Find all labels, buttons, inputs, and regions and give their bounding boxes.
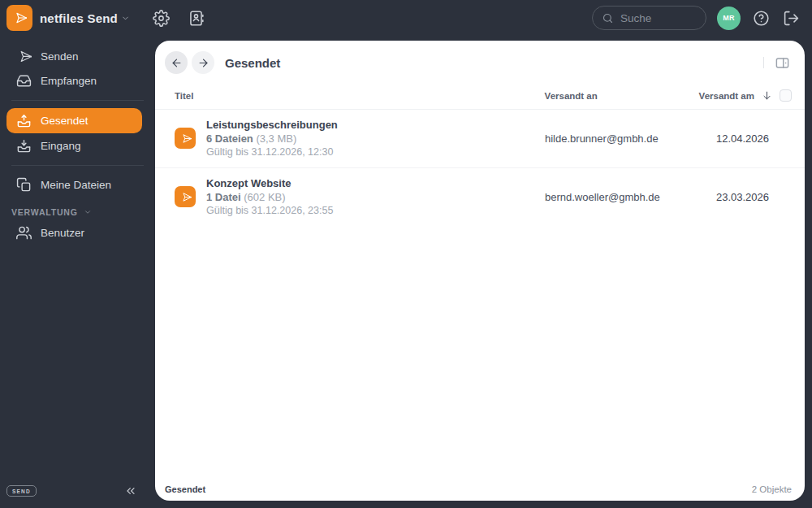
- settings-gear-icon[interactable]: [153, 10, 170, 27]
- main-panel: Gesendet Titel Versandt an Versandt am: [155, 41, 805, 501]
- sidebar-item-gesendet[interactable]: Gesendet: [6, 108, 142, 133]
- chevron-down-icon[interactable]: [121, 14, 130, 23]
- forward-button[interactable]: [192, 51, 214, 74]
- sidebar-item-benutzer[interactable]: Benutzer: [6, 221, 142, 245]
- back-button[interactable]: [165, 51, 188, 74]
- sent-item-text: Leistungsbeschreibungen 6 Dateien (3,3 M…: [206, 118, 545, 159]
- sidebar-item-label: Meine Dateien: [41, 179, 111, 191]
- sidebar-item-eingang[interactable]: Eingang: [6, 134, 142, 158]
- app-title[interactable]: netfiles Send: [40, 11, 118, 25]
- inbox-in-icon: [16, 138, 32, 154]
- sidebar: Senden Empfangen Gesendet: [0, 36, 155, 508]
- outbox-icon: [16, 113, 32, 128]
- sent-item-size: (602 KB): [244, 191, 285, 203]
- sidebar-item-meine-dateien[interactable]: Meine Dateien: [6, 173, 142, 197]
- column-header-versandt-an[interactable]: Versandt an: [545, 91, 699, 101]
- details-panel-toggle-icon[interactable]: [775, 55, 790, 71]
- header-divider: [763, 57, 764, 68]
- address-book-icon[interactable]: [188, 10, 205, 27]
- send-plane-icon: [12, 11, 27, 25]
- sent-item-size: (3,3 MB): [256, 132, 296, 145]
- sidebar-item-label: Senden: [41, 50, 79, 63]
- collapse-sidebar-icon[interactable]: [124, 484, 137, 497]
- sent-item-text: Konzept Website 1 Datei (602 KB) Gültig …: [206, 176, 545, 218]
- logout-icon[interactable]: [783, 10, 800, 27]
- sidebar-item-empfangen[interactable]: Empfangen: [6, 69, 142, 93]
- sent-item-filecount: 1 Datei: [206, 191, 241, 203]
- sent-item-recipient: bernd.woeller@gmbh.de: [545, 191, 699, 203]
- arrow-right-icon: [197, 57, 209, 69]
- table-row[interactable]: Leistungsbeschreibungen 6 Dateien (3,3 M…: [155, 110, 805, 167]
- sent-item-date: 23.03.2026: [699, 191, 769, 203]
- sidebar-divider: [11, 100, 144, 101]
- sidebar-item-label: Empfangen: [41, 75, 97, 87]
- search-bar[interactable]: [592, 6, 706, 30]
- send-plane-icon: [179, 191, 192, 203]
- send-version-badge: SEND: [6, 485, 37, 497]
- table-header-row: Titel Versandt an Versandt am: [155, 74, 805, 110]
- help-icon[interactable]: [753, 10, 770, 27]
- column-header-versandt-am[interactable]: Versandt am: [699, 91, 754, 101]
- page-title: Gesendet: [225, 56, 280, 70]
- table-row[interactable]: Konzept Website 1 Datei (602 KB) Gültig …: [155, 167, 805, 226]
- arrow-left-icon: [171, 57, 183, 69]
- sort-descending-icon[interactable]: [762, 90, 772, 101]
- sidebar-item-label: Eingang: [41, 140, 81, 152]
- footer-folder-label: Gesendet: [165, 484, 205, 494]
- inbox-tray-icon: [16, 73, 32, 89]
- chevron-down-icon: [84, 208, 92, 216]
- search-input[interactable]: [620, 12, 697, 24]
- sidebar-bottom: SEND: [6, 484, 149, 497]
- sent-item-icon: [175, 186, 196, 207]
- users-icon: [16, 225, 32, 241]
- sent-item-recipient: hilde.brunner@gmbh.de: [545, 132, 699, 145]
- avatar[interactable]: MR: [717, 7, 741, 30]
- object-count: 2 Objekte: [752, 484, 792, 494]
- select-all-checkbox[interactable]: [780, 89, 792, 102]
- panel-header: Gesendet: [155, 41, 805, 74]
- sidebar-item-senden[interactable]: Senden: [6, 45, 142, 68]
- files-icon: [16, 177, 32, 193]
- send-icon: [16, 49, 32, 64]
- app-header: netfiles Send MR: [0, 0, 812, 36]
- sidebar-item-label: Gesendet: [41, 115, 89, 127]
- search-icon: [602, 12, 614, 24]
- sent-item-title: Leistungsbeschreibungen: [206, 118, 545, 132]
- panel-footer: Gesendet 2 Objekte: [165, 484, 792, 494]
- sidebar-section-verwaltung[interactable]: VERWALTUNG: [11, 207, 155, 217]
- sent-item-icon: [175, 128, 196, 149]
- app-logo[interactable]: [6, 5, 32, 31]
- send-plane-icon: [179, 132, 192, 145]
- column-header-titel[interactable]: Titel: [175, 91, 545, 101]
- sent-item-date: 12.04.2026: [699, 132, 769, 145]
- sidebar-divider: [11, 165, 144, 166]
- sent-item-title: Konzept Website: [206, 176, 545, 190]
- sidebar-item-label: Benutzer: [41, 227, 84, 239]
- sent-item-validity: Gültig bis 31.12.2026, 12:30: [206, 145, 545, 159]
- section-label: VERWALTUNG: [11, 207, 78, 217]
- sent-item-filecount: 6 Dateien: [206, 132, 253, 145]
- sent-item-validity: Gültig bis 31.12.2026, 23:55: [206, 204, 545, 218]
